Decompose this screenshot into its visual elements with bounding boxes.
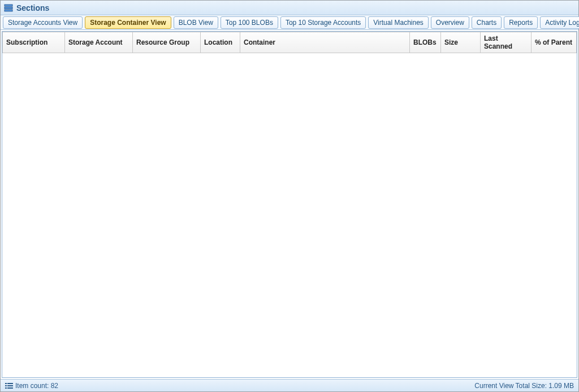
- svg-rect-0: [5, 5, 12, 6]
- tab-virtual-machines[interactable]: Virtual Machines: [368, 16, 429, 29]
- column-header[interactable]: Container: [240, 32, 410, 53]
- svg-rect-2: [5, 10, 12, 11]
- tab-top-100-blobs[interactable]: Top 100 BLOBs: [221, 16, 278, 29]
- statusbar: Item count: 82 Current View Total Size: …: [1, 379, 578, 391]
- tab-overview[interactable]: Overview: [431, 16, 469, 29]
- column-header[interactable]: % of Parent: [532, 32, 577, 53]
- column-header[interactable]: Storage Account: [65, 32, 133, 53]
- svg-rect-1: [5, 7, 12, 8]
- sections-icon: [4, 3, 13, 12]
- tabstrip: Storage Accounts ViewStorage Container V…: [1, 15, 578, 30]
- list-icon: [5, 382, 13, 389]
- titlebar: Sections: [1, 1, 578, 15]
- header-row: SubscriptionStorage AccountResource Grou…: [3, 32, 577, 53]
- data-grid: SubscriptionStorage AccountResource Grou…: [2, 32, 577, 53]
- svg-rect-6: [7, 385, 13, 386]
- column-header[interactable]: Subscription: [3, 32, 65, 53]
- app-window: Sections Storage Accounts ViewStorage Co…: [0, 0, 579, 392]
- svg-rect-8: [7, 387, 13, 389]
- column-header[interactable]: Last Scanned: [481, 32, 532, 53]
- status-item-count: Item count: 82: [15, 382, 58, 390]
- tab-charts[interactable]: Charts: [472, 16, 502, 29]
- grid-container: SubscriptionStorage AccountResource Grou…: [2, 31, 577, 378]
- tab-storage-accounts-view[interactable]: Storage Accounts View: [3, 16, 83, 29]
- window-title: Sections: [16, 3, 49, 12]
- svg-rect-3: [5, 383, 7, 384]
- tab-blob-view[interactable]: BLOB View: [174, 16, 218, 29]
- tab-activity-log[interactable]: Activity Log: [540, 16, 579, 29]
- tab-storage-container-view[interactable]: Storage Container View: [85, 16, 171, 29]
- tab-top-10-storage-accounts[interactable]: Top 10 Storage Accounts: [280, 16, 366, 29]
- column-header[interactable]: BLOBs: [410, 32, 441, 53]
- column-header[interactable]: Location: [201, 32, 240, 53]
- grid-scroll[interactable]: SubscriptionStorage AccountResource Grou…: [2, 32, 577, 377]
- svg-rect-4: [7, 383, 13, 384]
- column-header[interactable]: Resource Group: [133, 32, 201, 53]
- svg-rect-5: [5, 385, 7, 386]
- svg-rect-7: [5, 387, 7, 389]
- status-total-size: Current View Total Size: 1.09 MB: [474, 382, 574, 390]
- tab-reports[interactable]: Reports: [504, 16, 538, 29]
- column-header[interactable]: Size: [441, 32, 481, 53]
